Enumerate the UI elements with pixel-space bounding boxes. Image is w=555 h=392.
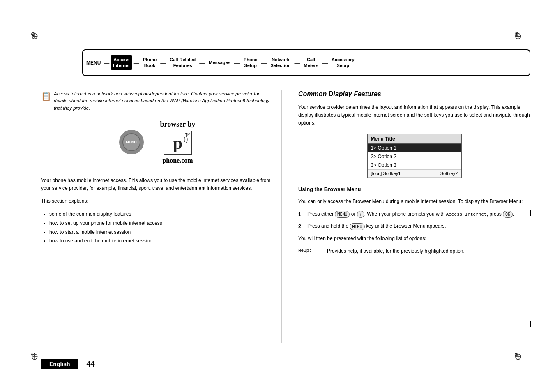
menu-btn-inline-2: MENU xyxy=(350,223,364,230)
corner-mark-tr: ⊕ xyxy=(514,31,524,41)
body-text-2: This section explains: xyxy=(41,197,273,205)
menu-button-label: MENU xyxy=(126,140,137,144)
access-internet-mono: Access Internet xyxy=(446,212,487,217)
corner-mark-br: ⊕ xyxy=(514,351,524,361)
menu-label: MENU xyxy=(86,60,101,66)
step-1: 1 Press either MENU or ↑. When your phon… xyxy=(298,210,530,219)
footer: English 44 xyxy=(41,359,514,369)
menu-btn-inline: MENU xyxy=(335,211,350,218)
list-item: some of the common display features xyxy=(49,210,273,219)
nav-arrow-4: — xyxy=(234,60,240,66)
right-column: Common Display Features Your service pro… xyxy=(294,90,530,343)
browser-icon-box: p )) TM xyxy=(164,131,192,155)
footer-page-number: 44 xyxy=(87,360,95,369)
browser-by-text: browser by xyxy=(160,120,196,129)
nav-arrow-0: — xyxy=(104,60,109,66)
main-content: 📋 Access Internet is a network and subsc… xyxy=(41,90,530,343)
nav-arrow-5: — xyxy=(261,60,267,66)
help-text: Provides help, if available, for the pre… xyxy=(327,247,465,255)
nav-item-call-related[interactable]: Call RelatedFeatures xyxy=(167,57,198,68)
nav-arrow-2: — xyxy=(160,60,166,66)
ok-btn-inline: OK xyxy=(503,211,513,218)
vert-bar-2 xyxy=(530,321,531,327)
up-btn-inline: ↑ xyxy=(357,211,364,218)
step-2-num: 2 xyxy=(298,222,304,231)
tm-mark: TM xyxy=(185,132,191,136)
nav-bar: MENU — AccessInternet — PhoneBook — Call… xyxy=(82,49,530,76)
note-block: 📋 Access Internet is a network and subsc… xyxy=(41,90,273,112)
display-softkey-row: [Icon] Softkey1 Softkey2 xyxy=(368,170,461,178)
list-item: how to set up your phone for mobile inte… xyxy=(49,219,273,228)
list-item: how to start a mobile internet session xyxy=(49,228,273,237)
feature-list: some of the common display features how … xyxy=(41,210,273,245)
note-text: Access Internet is a network and subscri… xyxy=(54,90,273,112)
vert-bar-1 xyxy=(530,210,531,216)
step-2: 2 Press and hold the MENU key until the … xyxy=(298,222,530,231)
browser-sound-icon: )) xyxy=(184,136,188,143)
display-row-3: 3> Option 3 xyxy=(368,161,461,170)
nav-item-phone-setup[interactable]: PhoneSetup xyxy=(241,57,260,68)
note-icon: 📋 xyxy=(41,91,51,101)
nav-item-messages[interactable]: Messages xyxy=(206,60,233,65)
phone-com-text: phone.com xyxy=(160,157,196,164)
nav-item-network-selection[interactable]: NetworkSelection xyxy=(268,57,293,68)
browser-logo: browser by p )) TM phone.com xyxy=(160,120,196,164)
subsection-title: Using the Browser Menu xyxy=(298,186,530,194)
nav-item-call-meters[interactable]: CallMeters xyxy=(301,57,320,68)
after-steps-text: You will then be presented with the foll… xyxy=(298,235,530,242)
footer-language: English xyxy=(41,359,78,369)
nav-item-accessory-setup[interactable]: AccessorySetup xyxy=(329,57,357,68)
display-mockup: Menu Title 1> Option 1 2> Option 2 3> Op… xyxy=(367,134,462,178)
help-row: Help: Provides help, if available, for t… xyxy=(298,247,530,255)
display-title: Menu Title xyxy=(368,134,461,144)
display-row-1: 1> Option 1 xyxy=(368,144,461,152)
menu-button-inner: MENU xyxy=(122,133,140,151)
body-text-1: Your phone has mobile internet access. T… xyxy=(41,177,273,192)
step-1-text: Press either MENU or ↑. When your phone … xyxy=(307,210,530,218)
subsection-desc: You can only access the Browser Menu dur… xyxy=(298,198,530,205)
display-row-2: 2> Option 2 xyxy=(368,152,461,161)
help-label: Help: xyxy=(298,247,319,255)
nav-item-access-internet[interactable]: AccessInternet xyxy=(111,55,132,69)
nav-item-phone-book[interactable]: PhoneBook xyxy=(140,57,159,68)
footer-line xyxy=(41,371,514,371)
corner-mark-tl: ⊕ xyxy=(31,31,41,41)
nav-arrow-1: — xyxy=(134,60,139,66)
corner-mark-bl: ⊕ xyxy=(31,351,41,361)
step-2-text: Press and hold the MENU key until the Br… xyxy=(307,222,530,230)
step-1-num: 1 xyxy=(298,210,304,219)
phone-menu-button[interactable]: MENU xyxy=(119,130,144,154)
softkey-left: [Icon] Softkey1 xyxy=(371,171,401,176)
list-item: how to use and end the mobile internet s… xyxy=(49,237,273,246)
nav-arrow-7: — xyxy=(322,60,328,66)
section-title: Common Display Features xyxy=(298,90,530,98)
browser-area: MENU browser by p )) TM phone.com xyxy=(41,120,273,164)
softkey-right: Softkey2 xyxy=(440,171,458,176)
left-column: 📋 Access Internet is a network and subsc… xyxy=(41,90,282,343)
browser-p-letter: p xyxy=(173,134,182,152)
nav-arrow-6: — xyxy=(294,60,300,66)
nav-arrow-3: — xyxy=(199,60,205,66)
section-desc: Your service provider determines the lay… xyxy=(298,104,530,127)
